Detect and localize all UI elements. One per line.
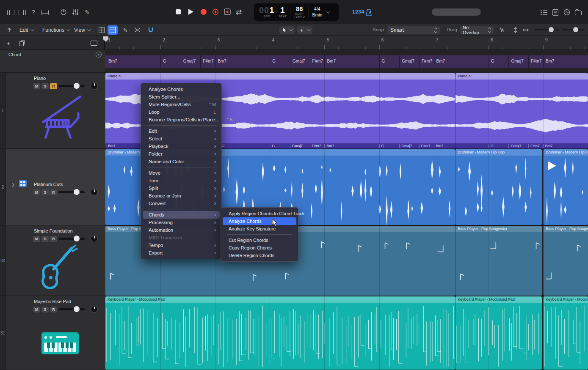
menu-item[interactable]: Processing› (143, 219, 220, 226)
solo-button[interactable]: S (41, 189, 49, 195)
pan-knob[interactable] (91, 82, 98, 90)
chord-region[interactable]: G (270, 55, 276, 68)
track-header-simple-foundation[interactable]: 30 Simple Foundation M S R (0, 225, 105, 296)
menu-item[interactable]: Select› (143, 135, 220, 143)
horizontal-zoom-icon[interactable] (521, 25, 531, 35)
mute-button[interactable]: M (33, 307, 40, 312)
snap-magnet-icon[interactable] (146, 25, 156, 35)
menu-item[interactable]: Bounce Regions/Cells in Place...⌃B (143, 116, 220, 123)
menu-item[interactable]: Export› (143, 249, 220, 257)
metronome-icon[interactable] (363, 7, 374, 18)
track-name[interactable]: Majestic Rise Pad (34, 299, 71, 304)
chord-region[interactable]: Bm7 (215, 55, 226, 68)
chord-region[interactable]: F#m7 (310, 55, 323, 68)
menu-item[interactable]: Split› (143, 184, 220, 192)
vertical-zoom-slider[interactable] (534, 29, 559, 30)
pan-knob[interactable] (91, 189, 98, 196)
functions-menu-button[interactable]: Functions (42, 26, 69, 34)
chord-region[interactable]: F#m7 (419, 55, 433, 68)
menu-item[interactable]: Analyze Chords (223, 217, 296, 225)
lcd-signature-key[interactable]: 4/4 Bmin (312, 6, 322, 17)
disclosure-arrow-icon[interactable] (11, 183, 15, 187)
menu-item[interactable]: Mute Regions/Cells⌃M (143, 101, 220, 108)
menu-item[interactable]: Playback› (143, 143, 220, 150)
edit-menu-button[interactable]: Edit (19, 26, 33, 34)
chord-region[interactable]: G (379, 55, 385, 68)
browsers-icon[interactable] (573, 7, 584, 18)
lcd-bar[interactable]: 001 BAR (259, 6, 274, 18)
chord-region[interactable]: F#m7 (528, 55, 542, 68)
cycle-button[interactable]: ⇄ (233, 6, 244, 17)
menu-item[interactable]: Tempo› (143, 241, 220, 249)
record-arm-button[interactable]: R (50, 236, 57, 242)
record-arm-button[interactable]: R (50, 189, 57, 195)
stop-button[interactable] (173, 6, 184, 17)
record-arm-button[interactable]: R (50, 307, 57, 312)
menu-item[interactable]: MIDI Transform (143, 234, 220, 241)
menu-item[interactable]: Apply Region Chords to Chord Track (223, 210, 296, 217)
region-bass[interactable]: Bass Player - Pop Songwriter (455, 226, 542, 296)
lcd-tempo[interactable]: 86 KEEP TEMPO (294, 5, 305, 19)
menu-item[interactable]: Folder› (143, 150, 220, 158)
track-header-platinum-cuts[interactable]: 2 Platinum Cuts M S R (0, 149, 105, 225)
track-header-piano[interactable]: 1 Piano M S R (0, 73, 105, 149)
region-bass[interactable]: Bass Player - Pop Songw (543, 226, 588, 296)
menu-item[interactable]: Copy Region Chords (223, 244, 296, 252)
solo-button[interactable]: S (41, 307, 49, 312)
menu-item[interactable]: Analyze Key Signature (223, 225, 296, 233)
editors-icon[interactable] (39, 7, 50, 18)
waveform-zoom-icon[interactable] (497, 25, 507, 35)
track-name[interactable]: Platinum Cuts (34, 182, 63, 187)
menu-item[interactable]: Convert› (143, 200, 220, 207)
region-keys[interactable]: Keyboard Player - Modulated Pad (105, 296, 455, 370)
menu-item[interactable]: Stem Splitter... (143, 93, 220, 101)
add-track-button[interactable]: + (4, 39, 13, 47)
inspector-icon[interactable] (17, 7, 28, 18)
cell-record-button[interactable] (222, 6, 233, 17)
automation-pen-icon[interactable]: ✎ (82, 7, 93, 18)
region-keys[interactable]: Keyboard Player - Modul (543, 296, 588, 370)
pan-knob[interactable] (91, 235, 98, 242)
mute-button[interactable]: M (33, 83, 40, 89)
duplicate-track-button[interactable] (18, 39, 26, 47)
track-name[interactable]: Piano (34, 76, 46, 81)
menu-item[interactable]: Edit› (143, 127, 220, 135)
record-arm-button[interactable]: R (50, 83, 57, 89)
loop-browser-icon[interactable] (561, 7, 572, 18)
chord-track-header[interactable]: Chord + (0, 50, 105, 73)
chord-region[interactable]: Bm7 (324, 55, 336, 68)
mute-button[interactable]: M (33, 236, 40, 242)
chord-region[interactable]: Gmaj7 (290, 55, 305, 68)
quick-help-icon[interactable]: ? (28, 7, 39, 18)
header-options-icon[interactable] (90, 39, 98, 47)
region-drums[interactable]: Drummer - Modern Hip Hop (455, 149, 542, 225)
solo-button[interactable]: S (41, 83, 49, 89)
note-pads-icon[interactable] (550, 7, 561, 18)
menu-item[interactable]: Automation› (143, 226, 220, 234)
capture-record-button[interactable] (210, 6, 221, 17)
horizontal-zoom-slider[interactable] (562, 29, 585, 30)
lcd-display[interactable]: 001 BAR 1 BEAT 86 KEEP TEMPO 4/4 Bmin (254, 3, 339, 21)
smart-controls-icon[interactable] (58, 7, 69, 18)
view-menu-button[interactable]: View (74, 26, 90, 34)
mute-button[interactable]: M (33, 189, 40, 195)
region-piano[interactable]: Piano ↻ (455, 73, 588, 148)
chord-region[interactable]: Gmaj7 (399, 55, 414, 68)
vertical-zoom-icon[interactable] (511, 25, 521, 35)
crossfade-tool-icon[interactable] (132, 25, 142, 35)
region-drums[interactable]: Drummer - Modern Hip H (543, 149, 588, 225)
mixer-icon[interactable] (70, 7, 81, 18)
chord-region[interactable]: G (489, 55, 494, 68)
menu-item[interactable]: Bounce or Join› (143, 192, 220, 200)
list-editors-icon[interactable] (538, 7, 549, 18)
count-in-indicator[interactable]: 1234 (352, 9, 364, 15)
chord-region[interactable]: Bm7 (434, 55, 445, 68)
chord-region[interactable]: Gmaj7 (181, 55, 196, 68)
tracks-view-icon[interactable] (108, 25, 118, 35)
track-header-majestic-rise-pad[interactable]: 31 Majestic Rise Pad M S R (0, 296, 105, 370)
menu-item[interactable]: Name and Color› (143, 158, 220, 165)
menu-item[interactable]: Move› (143, 169, 220, 177)
chord-region[interactable]: Bm7 (106, 55, 117, 68)
pencil-tool-icon[interactable]: ✎ (120, 25, 130, 35)
menu-item[interactable]: Cut Region Chords (223, 236, 296, 244)
